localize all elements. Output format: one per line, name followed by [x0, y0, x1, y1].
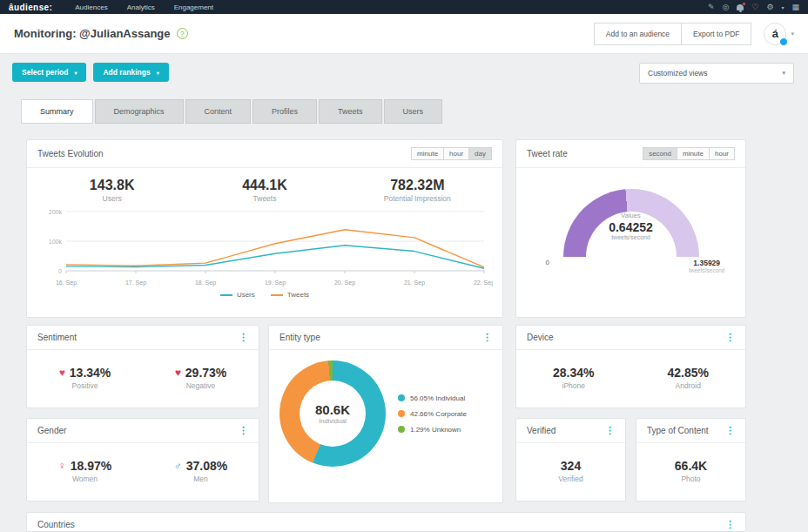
- audiense-logo[interactable]: âudiense:: [9, 3, 52, 12]
- stat-value: 444.1K: [188, 178, 340, 193]
- svg-text:100k: 100k: [49, 239, 63, 245]
- women-stat: ♀ 18.97% Women: [58, 459, 111, 483]
- add-to-audience-button[interactable]: Add to an audience: [594, 23, 682, 45]
- iphone-stat: 28.34% iPhone: [553, 366, 594, 390]
- toggle-hour[interactable]: hour: [709, 147, 735, 160]
- device-header: Device ⋮: [516, 326, 745, 350]
- tab-tweets[interactable]: Tweets: [319, 99, 382, 124]
- export-pdf-button[interactable]: Export to PDF: [681, 23, 751, 45]
- apps-grid-icon[interactable]: ▦: [791, 3, 799, 11]
- select-period-button[interactable]: Select period ▾: [12, 63, 86, 82]
- entity-type-header: Entity type ⋮: [269, 326, 502, 350]
- edit-icon[interactable]: ✎: [708, 3, 715, 11]
- tweets-evolution-stats: 143.8K Users 444.1K Tweets 782.32M Poten…: [27, 168, 502, 205]
- toggle-hour[interactable]: hour: [443, 147, 469, 160]
- sentiment-body: ♥ 13.34% Positive ♥ 29.73% Negative: [27, 350, 259, 406]
- tweet-rate-card: Tweet rate second minute hour Values 0.6…: [515, 139, 746, 318]
- kebab-menu-icon[interactable]: ⋮: [239, 426, 248, 435]
- negative-stat: ♥ 29.73% Negative: [175, 366, 227, 390]
- settings-gear-icon[interactable]: ⚙: [766, 3, 773, 11]
- female-icon: ♀: [58, 461, 66, 471]
- card-title: Verified: [527, 426, 556, 435]
- svg-text:18. Sep: 18. Sep: [195, 279, 216, 286]
- legend-users[interactable]: Users: [220, 291, 255, 299]
- avatar-caret-icon[interactable]: ▾: [791, 30, 794, 37]
- tab-summary[interactable]: Summary: [21, 99, 93, 124]
- svg-text:19. Sep: 19. Sep: [265, 279, 286, 286]
- kebab-menu-icon[interactable]: ⋮: [239, 333, 248, 342]
- nav-audiences[interactable]: Audiences: [75, 3, 107, 11]
- toggle-day[interactable]: day: [468, 147, 492, 160]
- entity-type-card: Entity type ⋮ 80.6K Individual 56.05% In…: [268, 325, 503, 503]
- tweets-evolution-legend: Users Tweets: [27, 291, 502, 299]
- heart-icon[interactable]: ♡: [751, 3, 758, 11]
- notifications-icon[interactable]: [737, 4, 744, 10]
- kebab-menu-icon[interactable]: ⋮: [605, 426, 615, 435]
- tab-bar: Summary Demographics Content Profiles Tw…: [0, 99, 808, 124]
- donut-center-label: Individual: [319, 417, 347, 425]
- device-card: Device ⋮ 28.34% iPhone 42.85% Android: [515, 325, 746, 408]
- svg-text:16. Sep: 16. Sep: [56, 279, 77, 286]
- customized-views-label: Customized views: [648, 69, 708, 77]
- stat-potential-impression: 782.32M Potential Impression: [341, 178, 494, 203]
- kebab-menu-icon[interactable]: ⋮: [725, 426, 735, 435]
- stat-value: 143.8K: [36, 178, 188, 193]
- customized-views-select[interactable]: Customized views ▾: [639, 63, 794, 84]
- broken-heart-icon: ♥: [175, 367, 181, 378]
- gauge-center-text: Values 0.64252 tweets/second: [563, 212, 699, 240]
- tweets-evolution-chart: 0100k200k16. Sep17. Sep18. Sep19. Sep20.…: [37, 206, 493, 290]
- stat-label: Tweets: [188, 194, 340, 203]
- add-rankings-button[interactable]: Add rankings ▾: [93, 63, 168, 82]
- twitter-badge-icon: [779, 37, 788, 46]
- tab-users[interactable]: Users: [384, 99, 443, 124]
- stat-label: Women: [58, 475, 111, 483]
- legend-unknown[interactable]: 1.29% Unknown: [398, 426, 467, 434]
- legend-label: 56.05% Individual: [410, 394, 465, 402]
- tab-profiles[interactable]: Profiles: [252, 99, 317, 124]
- help-badge-icon[interactable]: ?: [177, 28, 188, 39]
- tab-demographics[interactable]: Demographics: [95, 99, 184, 124]
- type-of-content-header: Type of Content ⋮: [636, 419, 745, 443]
- tweet-rate-header: Tweet rate second minute hour: [516, 140, 745, 168]
- verified-card: Verified ⋮ 324 Verified: [515, 418, 626, 502]
- gauge-max-value: 1.35929: [689, 259, 725, 267]
- card-title: Tweet rate: [527, 149, 568, 158]
- kebab-menu-icon[interactable]: ⋮: [482, 333, 492, 342]
- help-icon[interactable]: ◎: [722, 3, 729, 11]
- avatar-letter: á: [772, 27, 778, 40]
- legend-tweets[interactable]: Tweets: [271, 291, 309, 299]
- type-of-content-card: Type of Content ⋮ 66.4K Photo: [636, 418, 746, 502]
- legend-corporate[interactable]: 42.66% Corporate: [398, 410, 467, 418]
- sentiment-header: Sentiment ⋮: [27, 326, 259, 350]
- chevron-down-icon: ▾: [74, 70, 77, 76]
- type-of-content-body: 66.4K Photo: [636, 443, 745, 499]
- toggle-second[interactable]: second: [643, 147, 677, 160]
- legend-individual[interactable]: 56.05% Individual: [398, 394, 467, 402]
- page-header: Monitoring: @JulianAssange ? Add to an a…: [0, 14, 808, 54]
- card-title: Entity type: [279, 333, 320, 342]
- toggle-minute[interactable]: minute: [411, 147, 444, 160]
- settings-caret-icon: ▾: [781, 4, 784, 10]
- kebab-menu-icon[interactable]: ⋮: [725, 520, 735, 529]
- kebab-menu-icon[interactable]: ⋮: [725, 333, 735, 342]
- stat-label: Photo: [675, 475, 707, 483]
- positive-stat: ♥ 13.34% Positive: [59, 366, 111, 390]
- gauge-units: tweets/second: [563, 234, 699, 240]
- nav-analytics[interactable]: Analytics: [127, 3, 155, 11]
- svg-text:17. Sep: 17. Sep: [125, 279, 146, 286]
- card-title: Countries: [37, 520, 75, 529]
- header-actions: Add to an audience Export to PDF á ▾: [594, 23, 794, 45]
- donut-hole: 80.6K Individual: [300, 380, 366, 447]
- avatar[interactable]: á: [764, 23, 786, 45]
- svg-text:22. Sep: 22. Sep: [474, 279, 493, 286]
- legend-label: 42.66% Corporate: [410, 410, 467, 418]
- toggle-minute[interactable]: minute: [677, 147, 710, 160]
- tab-content[interactable]: Content: [185, 99, 252, 124]
- nav-engagement[interactable]: Engagement: [174, 3, 213, 11]
- stat-tweets: 444.1K Tweets: [188, 178, 340, 203]
- stat-value: 29.73%: [185, 366, 226, 380]
- page-title: Monitoring: @JulianAssange: [14, 27, 171, 40]
- select-period-label: Select period: [22, 68, 68, 77]
- photo-stat: 66.4K Photo: [675, 459, 707, 483]
- tweets-line-swatch-icon: [271, 294, 283, 296]
